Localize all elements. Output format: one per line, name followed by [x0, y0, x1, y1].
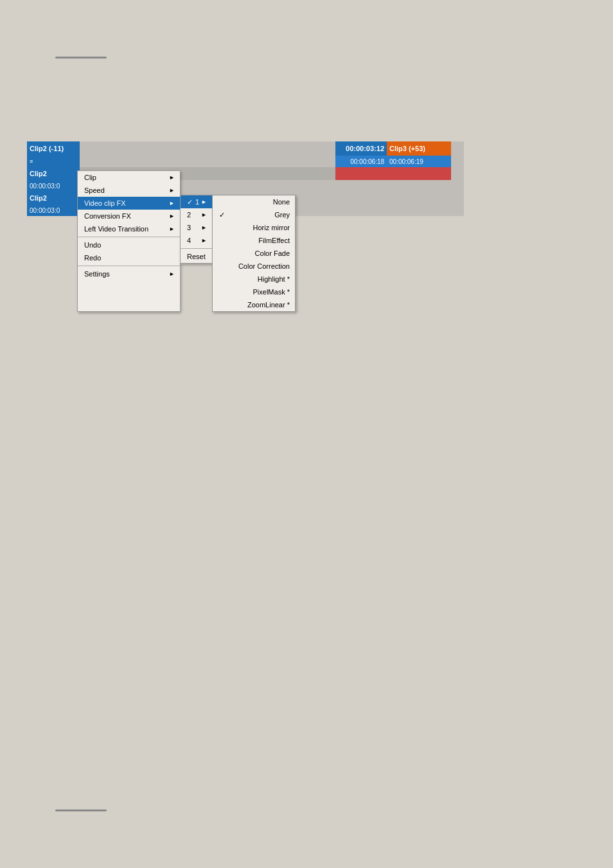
menu-l3-label-horizmirror: Horiz mirror	[253, 224, 290, 231]
menu-l3-label-grey: Grey	[274, 211, 290, 219]
menu-item-leftvideotransition[interactable]: Left Video Transition ►	[78, 222, 180, 235]
timeline-red-zone	[335, 167, 451, 180]
context-menu-l1: Clip ► Speed ► Video clip FX ► Conversio…	[77, 170, 180, 312]
menu-item-videoclipfx[interactable]: Video clip FX ►	[78, 197, 180, 210]
timeline-track-5	[335, 192, 451, 204]
menu-sep-1	[78, 237, 180, 237]
menu-l3-label-pixelmask: PixelMask *	[253, 288, 290, 296]
timeline-spacer-1	[80, 141, 335, 156]
menu-l3-item-horizmirror[interactable]: ✓ Horiz mirror	[213, 221, 295, 234]
menu-l3-item-pixelmask[interactable]: ✓ PixelMask *	[213, 285, 295, 298]
menu-l2-arrow-4: ►	[201, 237, 207, 244]
timeline-track-7	[335, 204, 451, 216]
menu-l3-label-colorcorrection: Color Correction	[238, 262, 290, 270]
menu-l3-label-highlight: Highlight *	[258, 275, 290, 283]
clip2-header: Clip2 (-11)	[27, 141, 80, 156]
menu-l2-arrow-1: ►	[201, 199, 207, 205]
menu-l3-label-zoomlinear: ZoomLinear *	[247, 301, 290, 309]
context-menu-l2: ✓ 1 ► 2 ► 3 ► 4 ► Reset	[180, 195, 212, 264]
clip-time-2: 00:00:06:18	[335, 156, 387, 167]
clip-time-1: 00:00:03:12	[335, 141, 387, 156]
menu-item-speed-label: Speed	[84, 186, 105, 194]
menu-item-redo[interactable]: Redo	[78, 251, 180, 264]
menu-l2-label-1: 1	[195, 198, 199, 206]
timeline-row-2: ≡ 00:00:06:18 00:00:06:19	[27, 156, 464, 167]
menu-l3-label-colorfade: Color Fade	[255, 249, 290, 257]
menu-l2-item-1[interactable]: ✓ 1 ►	[181, 195, 212, 208]
menu-l2-reset[interactable]: Reset	[181, 250, 212, 263]
menu-item-clip-label: Clip	[84, 174, 96, 181]
scroll-hint-top	[55, 57, 107, 59]
menu-item-settings-arrow: ►	[169, 271, 175, 277]
clip2-label-2: Clip2	[27, 192, 80, 204]
menu-l2-reset-label: Reset	[187, 253, 206, 260]
menu-l2-item-2[interactable]: 2 ►	[181, 208, 212, 221]
menu-sep-2	[78, 266, 180, 266]
timeline-track-3	[335, 180, 451, 192]
menu-l3-item-highlight[interactable]: ✓ Highlight *	[213, 273, 295, 285]
menu-l3-item-none[interactable]: ✓ None	[213, 195, 295, 208]
menu-item-speed-arrow: ►	[169, 187, 175, 194]
menu-item-leftvideotransition-arrow: ►	[169, 226, 175, 232]
menu-item-conversionfx-arrow: ►	[169, 213, 175, 219]
menu-l2-sep	[181, 248, 212, 249]
menu-l2-item-3[interactable]: 3 ►	[181, 221, 212, 234]
menu-item-speed[interactable]: Speed ►	[78, 184, 180, 197]
menu-l2-check-1: ✓	[187, 198, 193, 206]
clip-time-3: 00:00:06:19	[387, 156, 451, 167]
menu-l2-label-2: 2	[187, 211, 191, 219]
menu-l2-item-4[interactable]: 4 ►	[181, 234, 212, 247]
clip2-label: Clip2	[27, 167, 80, 180]
clip2-icon-row: ≡	[27, 156, 80, 167]
timeline-spacer-2	[80, 156, 335, 167]
menu-item-clip[interactable]: Clip ►	[78, 171, 180, 184]
context-menu-l3: ✓ None ✓ Grey ✓ Horiz mirror ✓ FilmEffec…	[212, 195, 296, 312]
menu-l2-label-3: 3	[187, 224, 191, 231]
menu-l2-arrow-3: ►	[201, 224, 207, 231]
scroll-hint-bottom	[55, 809, 107, 811]
menu-l3-item-colorcorrection[interactable]: ✓ Color Correction	[213, 260, 295, 273]
clip3-header: Clip3 (+53)	[387, 141, 451, 156]
menu-l3-item-grey[interactable]: ✓ Grey	[213, 208, 295, 221]
menu-item-conversionfx[interactable]: Conversion FX ►	[78, 210, 180, 222]
menu-l2-arrow-2: ►	[201, 212, 207, 218]
menu-item-videoclipfx-label: Video clip FX	[84, 199, 126, 207]
timeline-edge3	[451, 167, 464, 180]
menu-item-undo-label: Undo	[84, 241, 101, 249]
menu-l2-label-4: 4	[187, 237, 191, 244]
menu-item-conversionfx-label: Conversion FX	[84, 212, 131, 220]
menu-l3-check-grey: ✓	[219, 211, 225, 219]
context-menu-wrapper: Clip ► Speed ► Video clip FX ► Conversio…	[77, 170, 296, 312]
menu-l3-label-filmeffect: FilmEffect	[258, 237, 290, 244]
menu-l3-item-filmeffect[interactable]: ✓ FilmEffect	[213, 234, 295, 247]
menu-item-leftvideotransition-label: Left Video Transition	[84, 225, 148, 233]
timeline-edge2	[451, 156, 464, 167]
timeline-edge4	[451, 180, 464, 192]
timeline-row-1: Clip2 (-11) 00:00:03:12 Clip3 (+53)	[27, 141, 464, 156]
menu-item-clip-arrow: ►	[169, 174, 175, 181]
timeline-edge	[451, 141, 464, 156]
menu-l3-item-zoomlinear[interactable]: ✓ ZoomLinear *	[213, 298, 295, 311]
menu-l3-item-colorfade[interactable]: ✓ Color Fade	[213, 247, 295, 260]
timecode-1: 00:00:03:0	[27, 180, 80, 192]
menu-item-undo[interactable]: Undo	[78, 239, 180, 251]
timeline-edge5	[451, 192, 464, 204]
timeline-edge6	[451, 204, 464, 216]
menu-item-settings[interactable]: Settings ►	[78, 267, 180, 280]
menu-item-settings-label: Settings	[84, 270, 110, 278]
menu-item-videoclipfx-arrow: ►	[169, 200, 175, 206]
timecode-2: 00:00:03:0	[27, 204, 80, 216]
menu-l3-label-none: None	[273, 198, 290, 206]
menu-item-redo-label: Redo	[84, 254, 101, 262]
